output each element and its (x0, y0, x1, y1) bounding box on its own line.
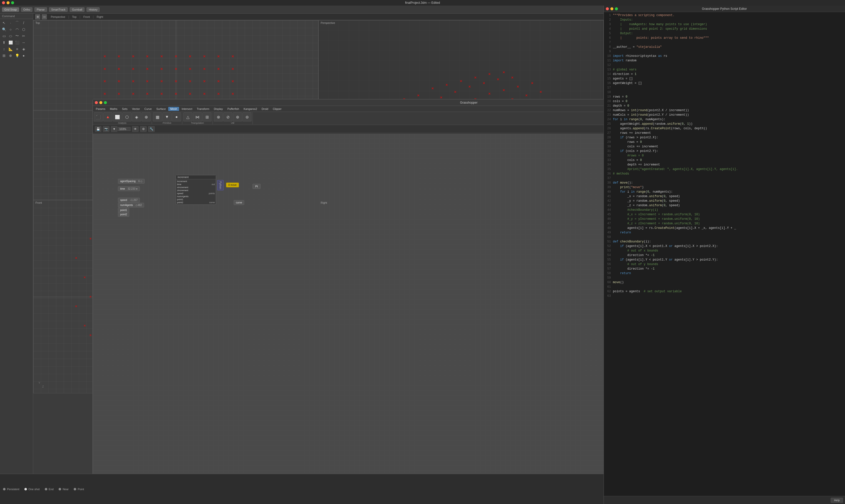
menu-sets[interactable]: Sets (120, 107, 129, 111)
ortho-button[interactable]: Ortho (21, 7, 33, 12)
menu-display[interactable]: Display (212, 107, 225, 111)
gh-close-button[interactable] (95, 101, 98, 104)
node-move-output[interactable]: 0 move (226, 183, 239, 187)
gh-util-4[interactable]: ⊜ (242, 112, 251, 122)
code-editor-close[interactable] (606, 7, 609, 10)
extrude-tool[interactable]: ⬆ (1, 39, 7, 46)
circle-tool[interactable]: ○ (7, 26, 14, 33)
menu-curve[interactable]: Curve (142, 107, 154, 111)
gh-maximize-button[interactable] (104, 101, 107, 104)
node-agentSpacing[interactable]: agentSpacing 6 ◇ (118, 179, 145, 184)
grid-tool[interactable]: ⊞ (1, 53, 7, 59)
menu-surface[interactable]: Surface (154, 107, 168, 111)
gumball-button[interactable]: Gumball (70, 7, 85, 12)
node-pt[interactable]: Pt (252, 184, 260, 189)
light-tool[interactable]: 💡 (14, 53, 20, 59)
maximize-button[interactable] (11, 1, 14, 4)
gh-preview-btn[interactable]: ⚙ (140, 126, 147, 132)
gh-title: Grasshopper (460, 101, 477, 104)
gh-prim-2[interactable]: ▼ (162, 112, 172, 122)
code-editor-max[interactable] (615, 7, 618, 10)
menu-vector[interactable]: Vector (130, 107, 142, 111)
gh-tool-1[interactable]: ⬛ (94, 112, 103, 122)
layer-tool[interactable]: ≡ (14, 46, 20, 52)
close-button[interactable] (2, 1, 5, 4)
tab-perspective[interactable]: Perspective (48, 15, 68, 19)
freeform-tool[interactable]: 〜 (14, 33, 20, 39)
gh-save-btn[interactable]: 💾 (95, 126, 101, 132)
grid-snap-button[interactable]: Grid Snap (2, 7, 19, 12)
menu-kangaroo[interactable]: Kangaroo2 (242, 107, 259, 111)
python-node-inputs[interactable]: increment increment time out xIncrement … (176, 175, 216, 205)
viewport-right-label: Right (321, 201, 327, 204)
viewport-single-icon[interactable]: ▭ (42, 14, 47, 19)
snap-tool[interactable]: ⊕ (7, 53, 14, 59)
gh-tool-4[interactable]: ⬡ (123, 112, 131, 122)
node-point2[interactable]: point2 (118, 212, 129, 217)
gh-prim-3[interactable]: ● (172, 112, 181, 122)
gh-tri-3[interactable]: ⊞ (202, 112, 212, 122)
gh-tool-2[interactable]: 🔺 (103, 112, 112, 122)
analysis-tool[interactable]: 📐 (7, 46, 14, 52)
history-button[interactable]: History (87, 7, 100, 12)
planar-button[interactable]: Planar (34, 7, 47, 12)
gh-camera-btn[interactable]: 📷 (103, 126, 109, 132)
zoom-down-btn[interactable]: ▼ (111, 126, 118, 132)
dimension-tool[interactable]: ↕ (1, 46, 7, 52)
zoom-tool[interactable]: 🔍 (1, 26, 7, 33)
render-tool[interactable]: ◈ (21, 46, 26, 52)
surface-tool[interactable]: ⬜ (7, 39, 14, 46)
mesh-tool[interactable]: ⬛ (14, 39, 20, 46)
menu-pufferfish[interactable]: Pufferfish (225, 107, 241, 111)
select-tool[interactable]: ↖ (1, 20, 7, 26)
menu-transform[interactable]: Transform (195, 107, 211, 111)
end-dot (45, 488, 47, 490)
y-axis-label-front: Y (38, 381, 40, 384)
node-time-label: time (120, 187, 125, 190)
ellipse-tool[interactable]: ⬭ (7, 33, 14, 39)
viewport-grid-icon[interactable]: ⊞ (35, 14, 40, 19)
poly-tool[interactable]: ⬡ (21, 26, 26, 33)
tab-top[interactable]: Top (70, 15, 79, 19)
menu-params[interactable]: Params (94, 107, 107, 111)
tab-right[interactable]: Right (94, 15, 106, 19)
rect-tool[interactable]: ▭ (1, 33, 7, 39)
node-curve-output[interactable]: curve (234, 200, 244, 205)
gh-util-section: ⊗ ⊘ ⊛ ⊜ Util (214, 112, 253, 124)
gh-util-1[interactable]: ⊗ (214, 112, 223, 122)
arc-tool[interactable]: ◠ (14, 26, 20, 33)
code-editor-min[interactable] (610, 7, 613, 10)
node-time[interactable]: time 32.233 ● (118, 186, 140, 191)
smart-track-button[interactable]: SmartTrack (49, 7, 68, 12)
gh-settings-btn[interactable]: 🔧 (148, 126, 155, 132)
menu-maths[interactable]: Maths (108, 107, 120, 111)
point-tool[interactable]: · (7, 20, 14, 26)
gh-util-2[interactable]: ⊘ (223, 112, 232, 122)
gh-tool-6[interactable]: ⊕ (142, 112, 151, 122)
node-time-value: 32.233 ● (128, 187, 138, 190)
minimize-button[interactable] (6, 1, 10, 4)
gh-view-btn[interactable]: 👁 (132, 126, 139, 132)
gh-prim-1[interactable]: ▦ (153, 112, 162, 122)
menu-droid[interactable]: Droid (259, 107, 270, 111)
gh-tri-1[interactable]: △ (183, 112, 192, 122)
gh-util-3[interactable]: ⊛ (233, 112, 242, 122)
trim-tool[interactable]: ✂ (21, 33, 26, 39)
line-tool[interactable]: / (21, 20, 26, 26)
tab-front[interactable]: Front (81, 15, 92, 19)
menu-intersect[interactable]: Intersect (180, 107, 194, 111)
gh-minimize-button[interactable] (99, 101, 102, 104)
node-numAgents[interactable]: numAgents ◇482 (118, 203, 144, 208)
help-button[interactable]: Help (831, 498, 843, 503)
gh-triangulation-section: △ ⋈ ⊞ Triangulation (183, 112, 213, 124)
material-tool[interactable]: ● (21, 53, 26, 59)
z-axis-label: Z (42, 385, 44, 388)
menu-clipper[interactable]: Clipper (271, 107, 284, 111)
menu-mesh[interactable]: Mesh (168, 107, 179, 111)
transform-tool[interactable]: ↔ (21, 39, 26, 46)
gh-tool-5[interactable]: ◈ (132, 112, 141, 122)
gh-tri-2[interactable]: ⋈ (193, 112, 202, 122)
curve-tool[interactable]: ⌒ (14, 20, 20, 26)
node-speed[interactable]: speed ○1.267 (118, 198, 140, 202)
gh-tool-3[interactable]: ⬜ (113, 112, 122, 122)
